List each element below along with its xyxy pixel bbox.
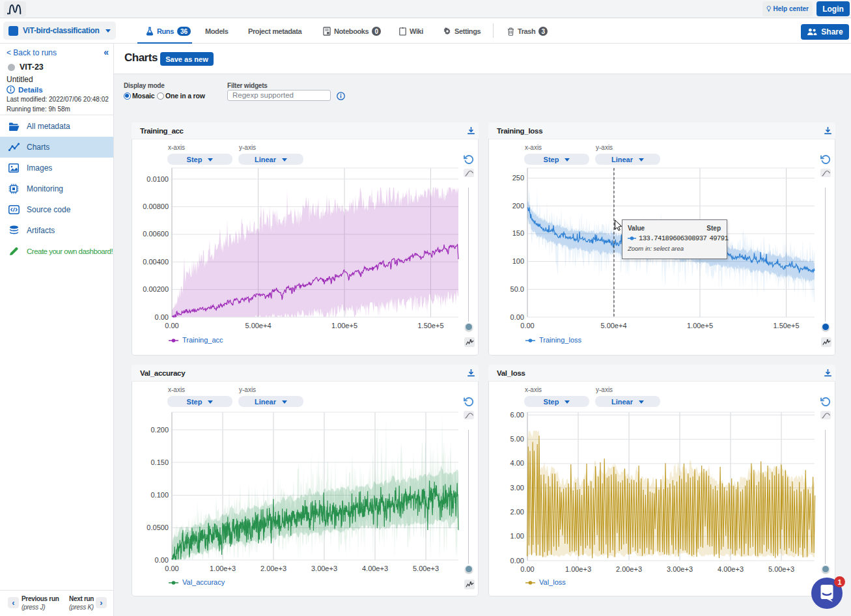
svg-text:0.00: 0.00	[520, 322, 534, 329]
svg-text:0.00600: 0.00600	[143, 230, 169, 238]
svg-text:0.0500: 0.0500	[146, 524, 169, 531]
svg-text:1.50e+5: 1.50e+5	[773, 322, 799, 329]
svg-text:5.00e+3: 5.00e+3	[413, 565, 439, 572]
svg-text:5.00e+4: 5.00e+4	[600, 322, 626, 329]
svg-text:0.00: 0.00	[155, 556, 169, 564]
svg-text:0.00: 0.00	[510, 313, 524, 321]
svg-text:1.50e+5: 1.50e+5	[417, 322, 443, 329]
svg-text:50.0: 50.0	[510, 285, 524, 293]
svg-text:2.00: 2.00	[510, 508, 524, 516]
svg-text:6.00: 6.00	[510, 411, 524, 419]
svg-text:0.00: 0.00	[520, 565, 534, 573]
svg-text:3.00e+3: 3.00e+3	[667, 565, 693, 573]
svg-text:1.00e+3: 1.00e+3	[210, 565, 236, 572]
svg-text:0.150: 0.150	[150, 458, 169, 466]
svg-text:0.00200: 0.00200	[143, 285, 169, 293]
svg-text:1.00: 1.00	[510, 532, 524, 540]
svg-text:2.00e+3: 2.00e+3	[260, 565, 286, 572]
svg-text:100: 100	[512, 257, 524, 265]
svg-text:4.00e+3: 4.00e+3	[718, 565, 744, 573]
svg-text:0.200: 0.200	[150, 426, 169, 434]
svg-text:1.00e+5: 1.00e+5	[331, 322, 357, 329]
svg-text:0.00: 0.00	[165, 322, 178, 329]
svg-text:5.00e+3: 5.00e+3	[768, 565, 794, 573]
svg-text:150: 150	[512, 229, 524, 237]
svg-text:3.00: 3.00	[510, 484, 524, 492]
svg-text:4.00: 4.00	[510, 459, 524, 467]
svg-text:3.00e+3: 3.00e+3	[311, 565, 337, 572]
svg-text:5.00e+4: 5.00e+4	[245, 322, 271, 329]
svg-text:0.00800: 0.00800	[143, 203, 169, 210]
svg-text:200: 200	[512, 202, 524, 210]
svg-text:0.00: 0.00	[165, 565, 178, 572]
svg-text:5.00: 5.00	[510, 435, 524, 443]
svg-text:0.00: 0.00	[510, 557, 524, 565]
svg-text:0.00: 0.00	[155, 313, 169, 321]
svg-text:0.00400: 0.00400	[143, 258, 169, 266]
svg-text:4.00e+3: 4.00e+3	[362, 565, 388, 572]
svg-text:1.00e+3: 1.00e+3	[565, 565, 591, 573]
svg-text:250: 250	[512, 174, 524, 182]
svg-text:0.100: 0.100	[150, 491, 169, 499]
svg-text:2.00e+3: 2.00e+3	[616, 565, 642, 573]
svg-text:1.00e+5: 1.00e+5	[687, 322, 713, 329]
svg-text:0.0100: 0.0100	[146, 175, 169, 183]
